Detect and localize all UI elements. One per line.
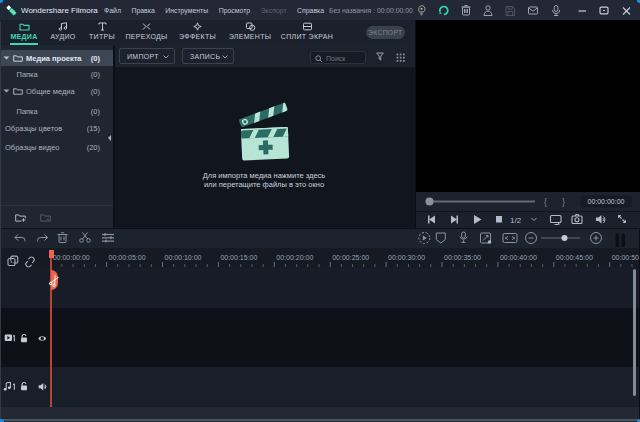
svg-text:{: { — [544, 197, 547, 207]
svg-text:1/2: 1/2 — [510, 216, 522, 225]
svg-text:}: } — [562, 197, 565, 207]
svg-text:00:00:00:00: 00:00:00:00 — [588, 198, 625, 205]
svg-text:00:00:00:00: 00:00:00:00 — [53, 254, 90, 261]
svg-text:00:00:25:00: 00:00:25:00 — [332, 254, 369, 261]
svg-text:00:00:45:00: 00:00:45:00 — [556, 254, 593, 261]
svg-text:00:00:30:00: 00:00:30:00 — [388, 254, 425, 261]
svg-text:00:00:50:00: 00:00:50:00 — [612, 254, 640, 261]
svg-text:00:00:10:00: 00:00:10:00 — [165, 254, 202, 261]
svg-text:00:00:20:00: 00:00:20:00 — [276, 254, 313, 261]
svg-text:00:00:35:00: 00:00:35:00 — [444, 254, 481, 261]
svg-text:00:00:40:00: 00:00:40:00 — [500, 254, 537, 261]
svg-text:00:00:05:00: 00:00:05:00 — [109, 254, 146, 261]
svg-text:00:00:15:00: 00:00:15:00 — [220, 254, 257, 261]
